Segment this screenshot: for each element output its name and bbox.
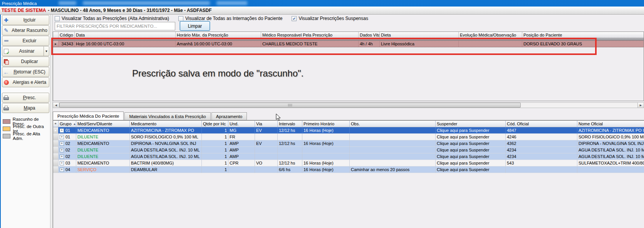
checkbox-box[interactable] [178,16,183,21]
cell-suspender[interactable]: Clique aqui para Suspender [436,134,506,140]
medication-row[interactable]: +03MEDICAMENTOBACTRIM (400/80MG)1CPRVO12… [53,160,644,166]
cell-nome_oficial: AGUA DESTILADA SOL. INJ. 10 ML [577,153,644,160]
medication-row[interactable]: +02DILUENTEAGUA DESTILADA SOL. INJ. 10 M… [53,147,644,153]
printer-icon [3,95,9,100]
expand-row-button[interactable]: + [60,161,64,165]
column-header-horario_max[interactable]: Horário Máx. da Prescrição [176,32,261,38]
button-assinar[interactable]: Assinar▼ [2,46,49,56]
column-header-qtde[interactable]: Qtde por Hc [202,121,228,127]
column-header-tipo[interactable]: Med/Serv/Diluente [76,121,130,127]
button-label: Assinar [10,48,44,54]
checkbox-box[interactable]: ✔ [292,16,297,21]
medication-row[interactable]: +02DILUENTEAGUA DESTILADA SOL. INJ. 10 M… [53,153,644,160]
cell-suspender[interactable]: Clique aqui para Suspender [436,140,506,147]
column-header-cod_oficial[interactable]: Cód. Oficial [506,121,577,127]
expand-row-button[interactable]: + [60,148,64,152]
cell-suspender[interactable]: Clique aqui para Suspender [436,147,506,153]
row-indicator [53,140,59,147]
medication-filter-input[interactable] [55,22,175,30]
horizontal-scrollbar[interactable]: ◀ ▶ [53,102,644,108]
clear-filter-button[interactable]: Limpar [180,21,210,31]
button-retornar-esc[interactable]: ←Retornar (ESC) [2,67,49,77]
cell-qtde: 1 [202,160,228,166]
column-header-medico[interactable]: Médico Responsável Pela Prescrição [261,32,359,38]
prescription-row-draft[interactable]: ▸34343Hoje 16:00:00 UTC-03:00Amanhã 16:0… [53,40,644,47]
cell-cod_oficial: 4234 [506,147,577,153]
scrollbar-thumb[interactable] [59,103,521,108]
assinar-dropdown-arrow[interactable]: ▼ [44,47,49,56]
checkbox-label: Visualizar Todas as Prescrições (Alta Ad… [62,16,169,21]
cell-cod_oficial: 4246 [506,134,577,140]
medication-row[interactable]: ▸+01MEDICAMENTOAZITROMICINA - ZITROMAX P… [53,127,644,134]
expand-row-button[interactable]: + [60,128,64,133]
button-label: Presc. [10,95,49,100]
cell-obs: Caminhar ao menos 20 passos [350,166,436,173]
cell-via [255,147,278,153]
column-header-evolucao[interactable]: Evolução Médica/Observação [459,32,522,38]
title-bar: Prescrição Médica [0,0,644,7]
cell-suspender[interactable]: Clique aqui para Suspender [436,166,506,173]
expand-row-button[interactable]: + [60,141,64,146]
column-header-suspender[interactable]: Suspender [436,121,506,127]
cell-via: VO [255,160,278,166]
column-header-medicamento[interactable]: Medicamento [130,121,202,127]
cell-suspender[interactable]: Clique aqui para Suspender [436,153,506,160]
column-header-und[interactable]: Und. [228,121,255,127]
column-header-primeiro_horario[interactable]: Primeiro Horário [302,121,350,127]
column-header-obs[interactable]: Obs. [350,121,436,127]
column-header-dados_vitais[interactable]: Dados Vitais [359,32,380,38]
scroll-left-button[interactable]: ◀ [53,103,59,108]
checkbox-visualizar-de-todas-as-interna-es-do-pac[interactable]: Visualizar de Todas as Internações do Pa… [178,16,282,21]
expand-row-button[interactable]: + [60,168,64,172]
column-header-intervalo[interactable]: Intervalo [278,121,302,127]
alert-icon: ! [2,80,10,85]
column-header-grupo[interactable]: Grupo▲ [59,121,76,127]
edit-pencil-icon: ✎ [4,27,8,33]
column-header-dieta[interactable]: Dieta [380,32,459,38]
sort-ascending-icon: ▲ [73,122,76,126]
checkbox-box[interactable] [55,16,60,21]
button-duplicar[interactable]: Duplicar [2,57,49,67]
cell-tipo: SERVIÇO [76,166,130,173]
cell-medicamento: AGUA DESTILADA SOL. INJ. 10 ML [130,147,202,153]
expand-row-button[interactable]: + [60,135,64,139]
column-header-posicao[interactable]: Posição do Paciente [522,32,644,38]
button-label: Retornar (ESC) [10,69,49,75]
tab-materiais-vinculados-a-esta-pr[interactable]: Materiais Vinculados a Esta Prescrição [124,112,210,120]
button-incluir[interactable]: ✚Incluir [2,15,49,25]
duplicate-icon [4,59,8,64]
cell-obs [350,134,436,140]
cell-tipo: DILUENTE [76,147,130,153]
button-alergias-e-alerta[interactable]: !Alergias e Alerta [2,77,49,87]
checkbox-visualizar-todas-as-prescri-es-alta-admi[interactable]: Visualizar Todas as Prescrições (Alta Ad… [55,16,169,21]
medication-row[interactable]: +04SERVIÇODEAMBULAR16/6 hs16 Horas (Hoje… [53,166,644,173]
cell-qtde: 1 [202,147,228,153]
prescription-color-legend: Rascunho de Presc.Presc. de Outra Int.Pr… [1,118,50,140]
prescriptions-grid: CódigoDataHorário Máx. da PrescriçãoMédi… [53,32,644,101]
cell-nome_oficial: SULFAMETOXAZOL+TRIM 400/80MG [577,160,644,166]
cell-qtde: 1 [202,166,228,173]
tab-aprazamento[interactable]: Aprazamento [211,112,247,120]
expand-row-button[interactable]: + [60,155,64,159]
column-header-data[interactable]: Data [75,32,176,38]
cell-qtde: 1 [202,134,228,140]
medication-row[interactable]: +02MEDICAMENTODIPIRONA - NOVALGINA SOL I… [53,140,644,147]
cell-cod_oficial: 543 [506,160,577,166]
medication-row[interactable]: +01DILUENTESORO FISIOLOGICO 0,9% 100 ML1… [53,134,644,140]
row-indicator [53,166,59,173]
button-excluir[interactable]: Excluir [2,36,49,46]
cell-nome_oficial: DIPIRONA - NOVALGINA SOL INJ 500 [577,140,644,147]
button-alterar-rascunho[interactable]: ✎Alterar Rascunho [2,25,49,35]
column-header-codigo[interactable]: Código [59,32,75,38]
cell-medicamento: SORO FISIOLOGICO 0,9% 100 ML [130,134,202,140]
tab-prescri-o-m-dica-do-paciente[interactable]: Prescrição Médica Do Paciente [53,112,124,120]
cell-suspender[interactable]: Clique aqui para Suspender [436,160,506,166]
checkbox-visualizar-prescri-es-suspensas[interactable]: ✔Visualizar Prescrições Suspensas [292,16,368,21]
button-presc[interactable]: Presc. [2,93,49,103]
cell-suspender[interactable]: Clique aqui para Suspender [436,127,506,134]
grid-corner: ✳ [53,121,59,127]
scroll-right-button[interactable]: ▶ [637,103,644,108]
button-mapa[interactable]: Mapa [2,103,49,113]
column-header-nome_oficial[interactable]: Nome Oficial [577,121,644,127]
column-header-via[interactable]: Via [255,121,278,127]
